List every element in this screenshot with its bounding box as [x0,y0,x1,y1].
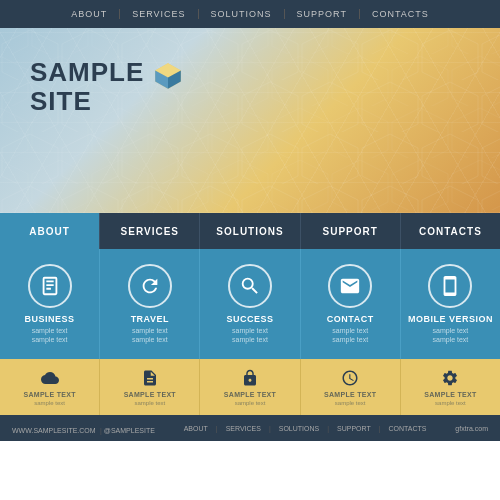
cloud-sub: sample text [34,400,65,406]
contact-icon-circle [328,264,372,308]
top-nav-contacts[interactable]: CONTACTS [360,9,441,19]
bottom-card-cloud[interactable]: sample text sample text [0,359,100,415]
main-nav-services[interactable]: SERVICES [100,213,200,249]
contact-label: Contact [327,314,374,324]
lock-icon [240,368,260,388]
clock-icon [340,368,360,388]
footer: WWW.SAMPLESITE.COM | @SAMPLESITE ABOUT |… [0,415,500,441]
clock-text: sample text [324,391,376,399]
gear-sub: sample text [435,400,466,406]
top-nav-services[interactable]: SERVICES [120,9,198,19]
main-nav-support[interactable]: SUPPORT [301,213,401,249]
bottom-cards-row: sample text sample text sample text samp… [0,359,500,415]
bottom-card-clock[interactable]: sample text sample text [301,359,401,415]
success-icon-circle [228,264,272,308]
footer-url: WWW.SAMPLESITE.COM [12,427,96,434]
travel-desc: sample textsample text [132,326,168,344]
search-icon [239,275,261,297]
gear-text: sample text [424,391,476,399]
footer-services[interactable]: SERVICES [226,425,261,432]
document-sub: sample text [134,400,165,406]
icon-card-travel[interactable]: Travel sample textsample text [100,249,200,359]
logo-cube-icon [152,60,184,92]
footer-right: gfxtra.com [455,425,488,432]
success-desc: sample textsample text [232,326,268,344]
mobile-icon [439,275,461,297]
footer-about[interactable]: ABOUT [184,425,208,432]
logo-text: SAMPLE SITE [30,58,144,115]
lock-sub: sample text [235,400,266,406]
bottom-card-gear[interactable]: sample text sample text [401,359,500,415]
footer-support[interactable]: SUPPORT [337,425,371,432]
bottom-card-lock[interactable]: sample text sample text [200,359,300,415]
hero-pattern [0,28,500,213]
refresh-icon [139,275,161,297]
business-label: Business [25,314,75,324]
top-nav-about[interactable]: ABOUT [59,9,120,19]
mail-icon [339,275,361,297]
lock-text: sample text [224,391,276,399]
mobile-label: Mobile Version [408,314,493,324]
top-navigation: ABOUT SERVICES SOLUTIONS SUPPORT CONTACT… [0,0,500,28]
main-nav-solutions[interactable]: SOLUTIONS [200,213,300,249]
travel-icon-circle [128,264,172,308]
site-logo: SAMPLE SITE [30,58,184,115]
icon-cards-row: Business sample textsample text Travel s… [0,249,500,359]
success-label: Success [227,314,274,324]
footer-social: @SAMPLESITE [104,427,155,434]
mobile-icon-circle [428,264,472,308]
main-nav-about[interactable]: ABOUT [0,213,100,249]
business-desc: sample textsample text [32,326,68,344]
svg-rect-3 [0,28,500,213]
icon-card-mobile[interactable]: Mobile Version sample textsample text [401,249,500,359]
main-nav-contacts[interactable]: CONTACTS [401,213,500,249]
travel-label: Travel [131,314,169,324]
top-nav-support[interactable]: SUPPORT [285,9,360,19]
document-text: sample text [124,391,176,399]
cloud-text: sample text [23,391,75,399]
book-icon [39,275,61,297]
top-nav-solutions[interactable]: SOLUTIONS [199,9,285,19]
icon-card-business[interactable]: Business sample textsample text [0,249,100,359]
business-icon-circle [28,264,72,308]
icon-card-success[interactable]: Success sample textsample text [200,249,300,359]
footer-left: WWW.SAMPLESITE.COM | @SAMPLESITE [12,419,155,437]
mobile-desc: sample textsample text [433,326,469,344]
gear-icon [440,368,460,388]
icon-card-contact[interactable]: Contact sample textsample text [301,249,401,359]
footer-solutions[interactable]: SOLUTIONS [279,425,319,432]
footer-nav: ABOUT | SERVICES | SOLUTIONS | SUPPORT |… [184,425,427,432]
cloud-icon [40,368,60,388]
bottom-card-document[interactable]: sample text sample text [100,359,200,415]
clock-sub: sample text [335,400,366,406]
document-icon [140,368,160,388]
contact-desc: sample textsample text [332,326,368,344]
footer-contacts[interactable]: CONTACTS [389,425,427,432]
main-navigation: ABOUT SERVICES SOLUTIONS SUPPORT CONTACT… [0,213,500,249]
hero-section: SAMPLE SITE [0,28,500,213]
